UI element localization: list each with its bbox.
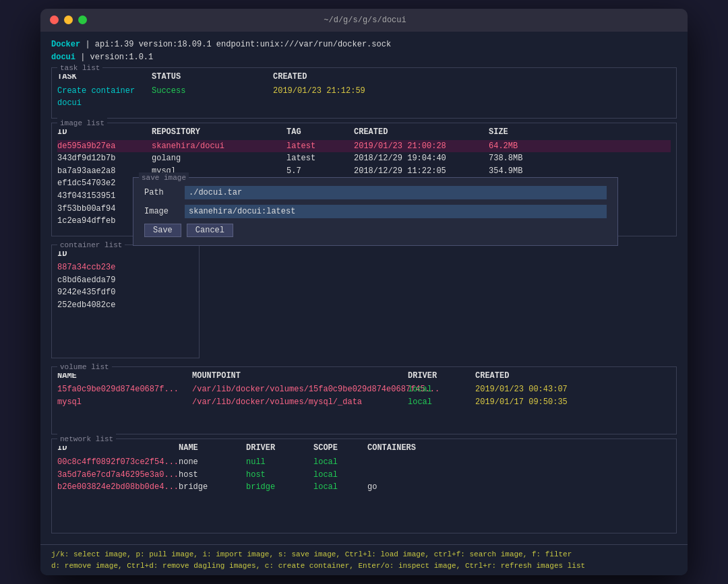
image-list-header: ID REPOSITORY TAG CREATED SIZE — [57, 126, 671, 139]
net-name: none — [179, 456, 246, 469]
path-field: Path — [144, 186, 607, 199]
shortcut-line-2: d: remove image, Ctrl+d: remove dagling … — [51, 560, 677, 573]
img-tag: latest — [286, 140, 354, 153]
save-image-modal: save image Path Image Save Cancel — [133, 177, 618, 246]
net-driver: bridge — [246, 481, 313, 494]
vol-mountpoint: /var/lib/docker/volumes/mysql/_data — [192, 396, 408, 409]
task-created: 2019/01/23 21:12:59 — [273, 85, 448, 110]
volume-row[interactable]: 15fa0c9be029d874e0687f... /var/lib/docke… — [57, 383, 671, 396]
net-driver-header: DRIVER — [246, 442, 313, 455]
img-size-header: SIZE — [489, 126, 556, 139]
volume-row[interactable]: mysql /var/lib/docker/volumes/mysql/_dat… — [57, 396, 671, 409]
volume-list-label: volume list — [57, 362, 112, 373]
vol-driver: local — [408, 396, 475, 409]
main-window: ~/d/g/s/g/s/docui Docker | Docker | api:… — [40, 9, 688, 575]
save-button[interactable]: Save — [144, 224, 181, 237]
network-row[interactable]: b26e003824e2bd08bb0de4... bridge bridge … — [57, 481, 671, 494]
shortcut-bar: j/k: select image, p: pull image, i: imp… — [40, 544, 688, 575]
vol-driver-header: DRIVER — [408, 370, 475, 383]
image-field: Image — [144, 205, 607, 218]
image-list-section: image list ID REPOSITORY TAG CREATED SIZ… — [51, 123, 677, 236]
container-row[interactable]: c8bd6aedda79 — [57, 274, 193, 287]
path-label: Path — [144, 187, 178, 199]
docui-line: docui | version:1.0.1 — [51, 51, 677, 64]
vol-created: 2019/01/17 09:50:35 — [475, 396, 610, 409]
window-title: ~/d/g/s/g/s/docui — [52, 15, 678, 25]
img-size: 354.9MB — [489, 165, 556, 178]
img-size: 64.2MB — [489, 140, 556, 153]
net-scope-header: SCOPE — [313, 442, 367, 455]
vol-created: 2019/01/23 00:43:07 — [475, 383, 610, 396]
net-name: host — [179, 469, 246, 482]
net-id: 3a5d7a6e7cd7a46295e3a0... — [57, 469, 179, 482]
container-row[interactable]: 9242e435fdf0 — [57, 286, 193, 299]
terminal-content: Docker | Docker | api:1.39 version:18.09… — [40, 32, 688, 544]
middle-sections: container list ID 887a34ccb23e c8bd6aedd… — [51, 240, 677, 362]
cancel-button[interactable]: Cancel — [187, 224, 233, 237]
img-tag: 5.7 — [286, 165, 354, 178]
network-list-section: network list ID NAME DRIVER SCOPE CONTAI… — [51, 439, 677, 533]
vol-created-header: CREATED — [475, 370, 610, 383]
created-col-header: CREATED — [273, 71, 448, 84]
net-name-header: NAME — [179, 442, 246, 455]
net-driver: host — [246, 469, 313, 482]
net-containers — [367, 456, 435, 469]
vol-driver: local — [408, 383, 475, 396]
image-input[interactable] — [185, 205, 607, 218]
cnt-id: c8bd6aedda79 — [57, 274, 115, 287]
volume-list-section: volume list NAME MOUNTPOINT DRIVER CREAT… — [51, 366, 677, 435]
network-list-header: ID NAME DRIVER SCOPE CONTAINERS — [57, 442, 671, 455]
network-row[interactable]: 00c8c4ff0892f073ce2f54... none null loca… — [57, 456, 671, 469]
cnt-id: 887a34ccb23e — [57, 261, 115, 274]
image-row[interactable]: 343df9d12b7b golang latest 2018/12/29 19… — [57, 152, 671, 165]
img-repo: skanehira/docui — [152, 140, 286, 153]
vol-name: 15fa0c9be029d874e0687f... — [57, 383, 192, 396]
task-row: Create container docui Success 2019/01/2… — [57, 85, 671, 110]
vol-name: mysql — [57, 396, 192, 409]
img-id: de595a9b27ea — [57, 140, 152, 153]
net-scope: local — [313, 469, 367, 482]
img-repo-header: REPOSITORY — [152, 126, 286, 139]
titlebar: ~/d/g/s/g/s/docui — [40, 9, 688, 32]
docker-line: Docker | Docker | api:1.39 version:18.09… — [51, 38, 677, 51]
modal-overlap-area — [204, 240, 677, 362]
network-list-label: network list — [57, 434, 116, 445]
img-created: 2018/12/29 11:22:05 — [354, 165, 489, 178]
task-status: Success — [152, 85, 273, 110]
net-containers: go — [367, 481, 435, 494]
cnt-id: 9242e435fdf0 — [57, 286, 115, 299]
path-input[interactable] — [185, 186, 607, 199]
image-label: Image — [144, 205, 178, 218]
image-row[interactable]: de595a9b27ea skanehira/docui latest 2019… — [57, 140, 671, 153]
status-col-header: STATUS — [152, 71, 273, 84]
img-tag-header: TAG — [286, 126, 354, 139]
task-name: Create container docui — [57, 85, 152, 110]
net-containers — [367, 469, 435, 482]
container-list-section: container list ID 887a34ccb23e c8bd6aedd… — [51, 245, 200, 358]
net-id: b26e003824e2bd08bb0de4... — [57, 481, 179, 494]
img-id: ba7a93aae2a8 — [57, 165, 152, 178]
img-created-header: CREATED — [354, 126, 489, 139]
network-row[interactable]: 3a5d7a6e7cd7a46295e3a0... host host loca… — [57, 469, 671, 482]
net-id: 00c8c4ff0892f073ce2f54... — [57, 456, 179, 469]
container-row[interactable]: 887a34ccb23e — [57, 261, 193, 274]
img-created: 2018/12/29 19:04:40 — [354, 152, 489, 165]
cnt-id: 252edb4082ce — [57, 299, 115, 312]
volume-list-header: NAME MOUNTPOINT DRIVER CREATED — [57, 370, 671, 383]
net-scope: local — [313, 481, 367, 494]
modal-buttons: Save Cancel — [144, 224, 607, 237]
img-tag: latest — [286, 152, 354, 165]
task-list-header: TASK STATUS CREATED — [57, 71, 671, 84]
img-size: 738.8MB — [489, 152, 556, 165]
vol-mountpoint: /var/lib/docker/volumes/15fa0c9be029d874… — [192, 383, 408, 396]
task-list-label: task list — [57, 63, 102, 74]
vol-mount-header: MOUNTPOINT — [192, 370, 408, 383]
image-list-label: image list — [57, 118, 107, 129]
task-list-section: task list TASK STATUS CREATED Create con… — [51, 67, 677, 119]
net-containers-header: CONTAINERS — [367, 442, 435, 455]
net-driver: null — [246, 456, 313, 469]
container-row[interactable]: 252edb4082ce — [57, 299, 193, 312]
container-list-label: container list — [57, 240, 125, 251]
net-scope: local — [313, 456, 367, 469]
shortcut-line-1: j/k: select image, p: pull image, i: imp… — [51, 549, 677, 561]
